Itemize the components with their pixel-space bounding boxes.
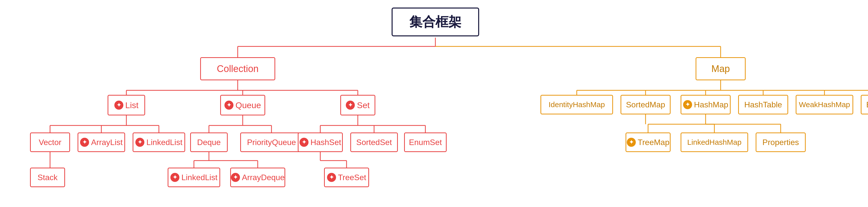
queue-icon: ✦ (224, 101, 234, 110)
deque-node: Deque (190, 132, 228, 152)
linkedlist2-icon: ✦ (170, 173, 179, 182)
properties-label: Properties (763, 138, 799, 147)
sortedset-node: SortedSet (350, 132, 398, 152)
treeset-icon: ✦ (327, 173, 336, 182)
linkedhashmap-label: LinkedHashMap (687, 138, 742, 147)
enumset-node: EnumSet (404, 132, 447, 152)
set-label: Set (357, 100, 370, 110)
collection-node: Collection (200, 57, 275, 80)
weakhashmap-node: WeakHashMap (796, 95, 853, 114)
deque-label: Deque (197, 138, 221, 147)
treeset-label: TreeSet (338, 173, 366, 182)
hashmap-node: ✦ HashMap (681, 95, 731, 114)
sortedmap-label: SortedMap (626, 100, 665, 109)
linkedlist1-label: LinkedList (146, 138, 182, 147)
queue-label: Queue (236, 100, 261, 110)
weakhashmap-label: WeakHashMap (799, 100, 850, 109)
properties-node: Properties (756, 132, 806, 152)
map-label: Map (711, 63, 730, 74)
linkedhashmap-node: LinkedHashMap (681, 132, 748, 152)
hashset-icon: ✦ (300, 138, 309, 147)
arraydeque-label: ArrayDeque (242, 173, 285, 182)
treemap-node: ✦ TreeMap (625, 132, 671, 152)
root-node: 集合框架 (392, 7, 479, 36)
treemap-label: TreeMap (638, 138, 670, 147)
root-label: 集合框架 (409, 13, 461, 31)
vector-label: Vector (39, 138, 62, 147)
arraylist-node: ✦ ArrayList (78, 132, 125, 152)
list-icon: ✦ (114, 101, 123, 110)
arraydeque-node: ✦ ArrayDeque (230, 167, 285, 187)
hashset-label: HashSet (311, 138, 341, 147)
hashmap-label: HashMap (694, 100, 728, 109)
arraylist-label: ArrayList (91, 138, 123, 147)
stack-label: Stack (37, 173, 58, 182)
identityhashmap-node: IdentityHashMap (540, 95, 613, 114)
arraylist-icon: ✦ (80, 138, 89, 147)
sortedmap-node: SortedMap (621, 95, 671, 114)
arraydeque-icon: ✦ (231, 173, 240, 182)
queue-node: ✦ Queue (220, 95, 265, 115)
linkedlist1-node: ✦ LinkedList (133, 132, 185, 152)
linkedlist2-label: LinkedList (181, 173, 217, 182)
linkedlist1-icon: ✦ (135, 138, 144, 147)
collection-label: Collection (217, 63, 259, 74)
enummap-node: EnumMap (861, 95, 868, 114)
treemap-icon: ✦ (627, 138, 636, 147)
priorityqueue-label: PriorityQueue (247, 138, 296, 147)
enumset-label: EnumSet (409, 138, 442, 147)
diagram: 集合框架 Collection Map ✦ List ✦ Queue ✦ Set… (0, 0, 868, 207)
set-node: ✦ Set (340, 95, 375, 115)
linkedlist2-node: ✦ LinkedList (168, 167, 220, 187)
identityhashmap-label: IdentityHashMap (549, 100, 605, 109)
list-node: ✦ List (107, 95, 145, 115)
hashtable-node: HashTable (738, 95, 788, 114)
set-icon: ✦ (346, 101, 355, 110)
hashtable-label: HashTable (744, 100, 782, 109)
priorityqueue-node: PriorityQueue (240, 132, 303, 152)
sortedset-label: SortedSet (356, 138, 392, 147)
treeset-node: ✦ TreeSet (324, 167, 369, 187)
enummap-label: EnumMap (866, 100, 868, 109)
list-label: List (125, 100, 138, 110)
hashset-node: ✦ HashSet (298, 132, 343, 152)
map-node: Map (695, 57, 746, 80)
vector-node: Vector (30, 132, 70, 152)
stack-node: Stack (30, 167, 65, 187)
hashmap-icon: ✦ (683, 100, 692, 109)
